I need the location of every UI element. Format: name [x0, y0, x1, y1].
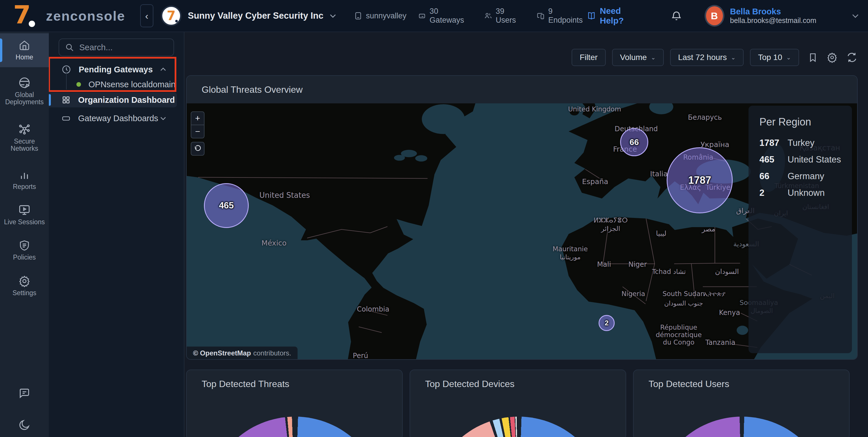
globe-icon — [18, 76, 31, 89]
card-title-devices: Top Detected Devices — [425, 379, 515, 389]
rail-item-settings[interactable]: Settings — [0, 270, 49, 302]
map-country-label: Mali — [597, 260, 611, 269]
notifications-bell-icon[interactable] — [671, 10, 682, 22]
dashboard-toolbar: Filter Volume⌄ Last 72 hours⌄ Top 10⌄ — [571, 49, 858, 66]
map-country-label: Mauritanie — [553, 245, 588, 253]
appliance-icon — [61, 114, 71, 123]
rail-item-policies[interactable]: Policies — [0, 234, 49, 267]
reset-rotate-icon — [194, 145, 202, 153]
map-country-label: Nigeria — [622, 290, 645, 298]
gear-icon — [19, 275, 30, 287]
map-country-label: موريتانيا — [560, 253, 581, 261]
top-detected-threats-card: Top Detected Threats — [186, 370, 403, 437]
user-email: bella.brooks@testmail.com — [730, 17, 816, 25]
map-country-label: South Sudan — [663, 290, 705, 298]
user-chevron-down-icon[interactable] — [851, 11, 860, 21]
per-region-panel: Per Region 1787Turkey 465United States 6… — [748, 106, 852, 353]
top-n-dropdown[interactable]: Top 10⌄ — [750, 49, 799, 66]
filter-button[interactable]: Filter — [571, 49, 606, 66]
threats-pie-chart — [207, 416, 383, 437]
map-country-label: Tanzania — [706, 339, 736, 347]
per-region-row: 1787Turkey — [760, 137, 843, 149]
chevron-down-icon — [159, 114, 167, 122]
brand-wordmark: zenconsole — [46, 8, 125, 24]
bookmark-icon[interactable] — [808, 52, 818, 63]
search-box[interactable] — [59, 38, 174, 56]
card-title-threats: Top Detected Threats — [202, 379, 289, 389]
search-icon — [65, 43, 74, 52]
user-info[interactable]: Bella Brooks bella.brooks@testmail.com — [730, 7, 816, 25]
nav-rail: Home Global Deployments Secure Networks … — [0, 32, 49, 437]
org-avatar[interactable]: 7 — [161, 5, 182, 26]
stat-gateways: 30 Gateways — [418, 7, 472, 25]
sidebar-item-organization-dashboard[interactable]: Organization Dashboard — [49, 92, 177, 107]
rail-item-secure-networks[interactable]: Secure Networks — [0, 118, 49, 157]
dark-mode-moon-icon[interactable] — [18, 418, 31, 431]
rail-item-live-sessions[interactable]: Live Sessions — [0, 199, 49, 231]
per-region-row: 465United States — [760, 153, 843, 166]
map-country-label: République démocratique du Congo — [656, 323, 702, 346]
top-detected-devices-card: Top Detected Devices — [410, 370, 626, 437]
book-open-icon — [587, 11, 596, 21]
users-pie-chart — [653, 416, 830, 437]
volume-dropdown[interactable]: Volume⌄ — [612, 49, 664, 66]
feedback-chat-icon[interactable] — [18, 387, 31, 400]
map-country-label: ኢትዮጵያ — [704, 290, 725, 298]
refresh-icon[interactable] — [846, 52, 858, 63]
threat-bubble-2[interactable]: 2 — [598, 315, 615, 331]
map-country-label: Беларусь — [688, 114, 722, 121]
org-stats: sunnyvalley 30 Gateways 39 Users 9 Endpo… — [354, 7, 587, 25]
org-chevron-down-icon[interactable] — [329, 11, 337, 20]
endpoints-icon — [536, 11, 545, 20]
network-nodes-icon — [18, 123, 31, 135]
map-country-label: United States — [259, 191, 310, 199]
map-country-label: الجزائر — [601, 225, 620, 232]
map-country-label: السودان — [715, 268, 739, 276]
map-country-label: México — [261, 239, 286, 247]
user-avatar[interactable]: B — [705, 5, 724, 27]
rail-item-global-deployments[interactable]: Global Deployments — [0, 71, 49, 111]
map-zoom-in-button[interactable]: + — [191, 112, 204, 125]
sidebar-item-gateway-dashboards[interactable]: Gateway Dashboards — [49, 111, 177, 126]
server-icon — [354, 11, 363, 20]
map-country-label: Kenya — [719, 309, 740, 317]
per-region-title: Per Region — [760, 116, 811, 128]
map-country-label: مصر — [702, 225, 715, 233]
threat-bubble-465[interactable]: 465 — [204, 183, 249, 228]
status-dot-online — [76, 82, 81, 87]
map-country-label: United Kingdom — [568, 105, 621, 113]
map-country-label: España — [582, 178, 608, 186]
global-threats-card: Global Threats Overview — [186, 75, 858, 360]
stat-users: 39 Users — [484, 7, 525, 25]
rail-item-reports[interactable]: Reports — [0, 164, 49, 196]
map-country-label: Tchad تشاد — [652, 268, 686, 275]
world-threat-map[interactable]: United StatesMéxicoColombiaPerúUnited Ki… — [187, 103, 857, 360]
map-reset-button[interactable] — [191, 142, 205, 156]
per-region-row: 66Germany — [760, 170, 843, 183]
sidebar-collapse-button[interactable]: ‹ — [140, 4, 153, 27]
grid-icon — [61, 95, 71, 104]
map-zoom-out-button[interactable]: − — [191, 125, 204, 138]
rail-item-home[interactable]: Home — [0, 33, 49, 67]
stat-endpoints: 9 Endpoints — [536, 7, 587, 25]
monitor-play-icon — [18, 204, 31, 216]
map-country-label: Colombia — [357, 305, 390, 313]
pending-gateway-item[interactable]: OPNsense localdomain — [49, 77, 177, 92]
map-zoom-controls: + − — [191, 112, 205, 138]
map-attribution[interactable]: © OpenStreetMapcontributors. — [187, 347, 298, 360]
per-region-row: 2Unknown — [760, 187, 843, 199]
threat-bubble-66[interactable]: 66 — [620, 128, 648, 156]
dashboard-settings-gear-icon[interactable] — [827, 52, 838, 63]
top-detected-users-card: Top Detected Users — [633, 370, 849, 437]
pending-gateways-header[interactable]: Pending Gateways — [49, 62, 177, 77]
zenconsole-logo-icon: 7 — [13, 5, 36, 27]
bar-chart-icon — [19, 169, 30, 181]
devices-pie-chart — [430, 416, 607, 437]
home-icon — [19, 39, 30, 52]
time-range-dropdown[interactable]: Last 72 hours⌄ — [670, 49, 744, 66]
map-country-label: Italia — [650, 170, 668, 178]
search-input[interactable] — [79, 42, 166, 53]
threat-bubble-1787[interactable]: 1787 — [666, 147, 733, 213]
need-help-link[interactable]: Need Help? — [587, 6, 642, 26]
card-title-users: Top Detected Users — [649, 379, 729, 389]
